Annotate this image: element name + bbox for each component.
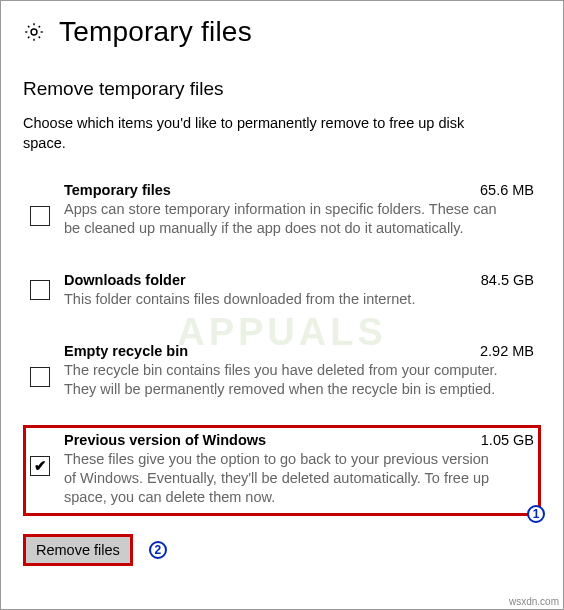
item-desc: This folder contains files downloaded fr… (64, 290, 504, 309)
file-item-temporary-files: Temporary files 65.6 MB Apps can store t… (23, 175, 541, 247)
checkbox-downloads-folder[interactable] (30, 280, 50, 300)
remove-files-button[interactable]: Remove files (23, 534, 133, 566)
checkbox-temporary-files[interactable] (30, 206, 50, 226)
item-title: Previous version of Windows (64, 432, 266, 448)
item-title: Empty recycle bin (64, 343, 188, 359)
page-header: Temporary files (23, 16, 541, 48)
item-title: Temporary files (64, 182, 171, 198)
file-item-list: Temporary files 65.6 MB Apps can store t… (23, 175, 541, 516)
file-item-previous-version-windows: Previous version of Windows 1.05 GB Thes… (23, 425, 541, 516)
file-item-empty-recycle-bin: Empty recycle bin 2.92 MB The recycle bi… (23, 336, 541, 408)
item-desc: The recycle bin contains files you have … (64, 361, 504, 399)
page-title: Temporary files (59, 16, 252, 48)
gear-icon (23, 21, 45, 43)
checkbox-previous-version-windows[interactable] (30, 456, 50, 476)
item-desc: These files give you the option to go ba… (64, 450, 504, 507)
item-size: 84.5 GB (481, 272, 534, 288)
section-intro: Choose which items you'd like to permane… (23, 114, 503, 153)
item-size: 65.6 MB (480, 182, 534, 198)
action-row: Remove files 2 (23, 534, 541, 566)
svg-point-0 (31, 29, 37, 35)
file-item-downloads-folder: Downloads folder 84.5 GB This folder con… (23, 265, 541, 318)
annotation-1-badge: 1 (527, 505, 545, 523)
section-title: Remove temporary files (23, 78, 541, 100)
item-title: Downloads folder (64, 272, 186, 288)
section: Remove temporary files Choose which item… (23, 78, 541, 566)
checkbox-empty-recycle-bin[interactable] (30, 367, 50, 387)
item-size: 1.05 GB (481, 432, 534, 448)
item-desc: Apps can store temporary information in … (64, 200, 504, 238)
credit-text: wsxdn.com (509, 596, 559, 607)
annotation-2-badge: 2 (149, 541, 167, 559)
item-size: 2.92 MB (480, 343, 534, 359)
